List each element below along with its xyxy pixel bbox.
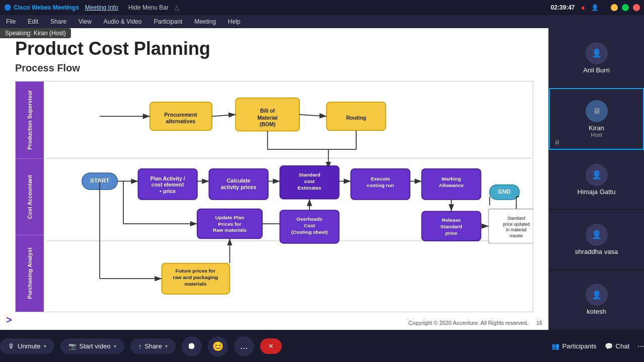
rel-label3: price	[445, 230, 457, 236]
calc-label2: activity prices	[221, 184, 256, 190]
menu-file[interactable]: File	[4, 17, 18, 26]
exec-label1: Execute	[371, 176, 390, 182]
slide: Product Cost Planning Process Flow Produ…	[0, 28, 548, 330]
menu-bar: File Edit Share View Audio & Video Parti…	[0, 15, 644, 28]
video-icon: 📷	[68, 342, 76, 350]
procurement-label2: alternatives	[166, 118, 196, 124]
minimize-button[interactable]	[611, 4, 618, 11]
maximize-button[interactable]	[622, 4, 629, 11]
clock: 02:39:47	[550, 4, 575, 11]
system-topbar: 🔵 Cisco Webex Meetings Meeting Info Hide…	[0, 0, 644, 15]
more-options-button[interactable]: ⋯	[637, 342, 644, 350]
participant-card-shraddha[interactable]: 👤 shraddha vasa	[549, 210, 644, 269]
rel-label1: Release	[442, 217, 461, 223]
plan-label2: cost element	[151, 182, 184, 188]
record-button[interactable]: ⏺	[182, 336, 202, 356]
mark-label1: Marking	[442, 176, 461, 182]
participant-role-kiran: Host	[591, 132, 602, 138]
avatar-himaja: 👤	[586, 164, 608, 186]
role-purchasing: Purchasing Analyst	[16, 235, 44, 312]
chat-label: Chat	[616, 342, 629, 350]
arrow-proc-bom	[212, 115, 235, 117]
participant-name-kotesh: kotesh	[587, 308, 606, 315]
role-cost: Cost Accountant	[16, 158, 44, 235]
participant-card-anil[interactable]: 👤 Anil Burri	[549, 28, 644, 88]
role-labels: Production Supervisor Cost Accountant Pu…	[16, 81, 45, 312]
bom-label2: Material	[258, 115, 278, 121]
window-controls	[611, 4, 640, 11]
bottom-toolbar: 🎙 Unmute ▾ 📷 Start video ▾ ↑ Share ▾ ⏺ 😊…	[0, 330, 644, 362]
ellipsis-icon: ⋯	[637, 342, 644, 350]
std-label3: Estimates	[298, 185, 322, 191]
copyright-text: Copyright © 2020 Accenture. All Rights r…	[409, 320, 529, 326]
app-title: Cisco Webex Meetings	[14, 4, 79, 11]
fp-label1: Future prices for	[176, 268, 215, 274]
menu-help[interactable]: Help	[226, 17, 243, 26]
flow-svg: Procurement alternatives Bill of Materia…	[45, 81, 533, 312]
unmute-caret: ▾	[44, 343, 46, 349]
chat-button[interactable]: 💬 Chat	[605, 342, 629, 350]
menu-view[interactable]: View	[76, 17, 94, 26]
more-button[interactable]: ...	[234, 336, 254, 356]
update-label3: Raw materials	[213, 227, 247, 233]
speaking-badge: Speaking: Kiran (Host)	[0, 28, 71, 38]
mark-label2: Allowance	[439, 183, 464, 188]
slide-footer: Copyright © 2020 Accenture. All Rights r…	[409, 320, 542, 326]
participant-card-kotesh[interactable]: 👤 kotesh	[549, 270, 644, 330]
note-text1: Standard	[507, 216, 525, 221]
note-text4: master	[510, 233, 523, 238]
exec-label2: costing run	[367, 183, 394, 188]
participant-card-kiran[interactable]: 🖥 Kiran Host 🖥	[549, 88, 644, 149]
slide-title: Product Cost Planning	[15, 38, 533, 59]
menu-audio-video[interactable]: Audio & Video	[102, 17, 144, 26]
unmute-button[interactable]: 🎙 Unmute ▾	[0, 338, 54, 354]
webex-icon: 🔵	[4, 4, 12, 11]
procurement-label: Procurement	[165, 112, 198, 118]
routing-label: Routing	[346, 115, 366, 121]
plan-label1: Plan Activity /	[150, 175, 185, 182]
std-label1: Standard	[298, 172, 320, 177]
end-call-button[interactable]: ✕	[260, 338, 282, 354]
unmute-label: Unmute	[18, 342, 41, 350]
std-label2: cost	[304, 178, 315, 184]
meeting-info-link[interactable]: Meeting Info	[85, 4, 118, 11]
oh-label3: (Costing sheet)	[291, 229, 328, 235]
fp-label3: materials	[185, 281, 207, 287]
menu-meeting[interactable]: Meeting	[192, 17, 218, 26]
mic-icon: 🎙	[8, 342, 15, 350]
hide-menu-btn[interactable]: Hide Menu Bar	[128, 4, 169, 11]
start-video-label: Start video	[79, 342, 111, 350]
note-text3: in material	[506, 227, 527, 232]
avatar-kotesh: 👤	[586, 284, 608, 306]
share-button[interactable]: ↑ Share ▾	[130, 338, 176, 354]
menu-edit[interactable]: Edit	[26, 17, 40, 26]
close-button[interactable]	[633, 4, 640, 11]
avatar-shraddha: 👤	[586, 224, 608, 246]
flow-diagram: Production Supervisor Cost Accountant Pu…	[15, 81, 533, 312]
app-logo: 🔵 Cisco Webex Meetings	[4, 4, 79, 11]
participants-button[interactable]: 👥 Participants	[551, 342, 597, 350]
fp-label2: raw and packaging	[173, 275, 218, 280]
reactions-button[interactable]: 😊	[208, 336, 228, 356]
content-area: Product Cost Planning Process Flow Produ…	[0, 28, 548, 330]
participants-label: Participants	[562, 342, 597, 350]
video-caret: ▾	[114, 343, 116, 349]
page-number: 16	[536, 320, 542, 326]
participant-panel: 👤 Anil Burri 🖥 Kiran Host 🖥 👤 Himaja Gat…	[548, 28, 644, 330]
slide-subtitle: Process Flow	[15, 62, 533, 74]
note-text2: price updated	[503, 222, 529, 227]
bom-label3: (BOM)	[260, 121, 276, 127]
menu-share[interactable]: Share	[48, 17, 68, 26]
share-label: Share	[144, 342, 162, 350]
slide-nav-arrow[interactable]: >	[6, 314, 12, 326]
screen-share-icon: 🖥	[554, 139, 560, 146]
avatar-kiran: 🖥	[586, 100, 608, 122]
start-video-button[interactable]: 📷 Start video ▾	[60, 338, 124, 354]
right-controls: 👥 Participants 💬 Chat ⋯	[551, 342, 644, 350]
participant-name-anil: Anil Burri	[583, 66, 610, 74]
participants-icon: 👥	[551, 342, 559, 350]
menu-participant[interactable]: Participant	[152, 17, 185, 26]
recording-dot: ●	[581, 4, 585, 12]
participant-card-himaja[interactable]: 👤 Himaja Gattu	[549, 150, 644, 210]
share-icon: ↑	[138, 342, 142, 350]
